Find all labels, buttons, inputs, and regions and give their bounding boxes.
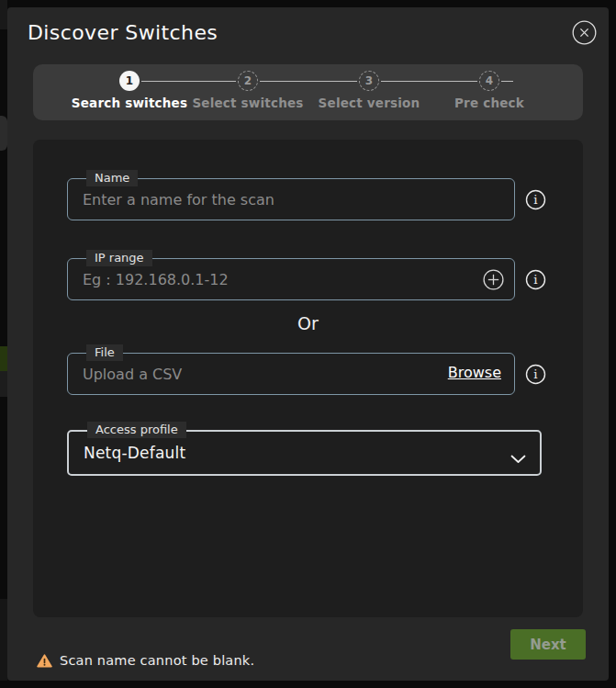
circle-x-icon	[572, 20, 597, 45]
add-ip-range-button[interactable]	[483, 269, 504, 290]
file-field-label: File	[86, 344, 123, 361]
name-field-group: Name	[67, 178, 515, 220]
svg-text:i: i	[533, 272, 538, 287]
warning-triangle-icon	[37, 654, 52, 671]
step-select-switches[interactable]: 2 Select switches	[179, 71, 317, 110]
backdrop-artifact	[0, 116, 7, 151]
step-label: Select switches	[179, 96, 317, 110]
wizard-stepper: 1 Search switches 2 Select switches 3 Se…	[33, 64, 583, 120]
close-button[interactable]	[572, 20, 597, 45]
step-label: Pre check	[420, 96, 558, 110]
access-profile-value: Netq-Default	[84, 444, 185, 462]
svg-text:i: i	[533, 367, 538, 381]
discover-switches-dialog: Discover Switches 1 Search switches 2 Se…	[7, 7, 609, 681]
ip-range-field-group: IP range	[67, 258, 515, 300]
warning-message: Scan name cannot be blank.	[60, 653, 254, 668]
step-number: 4	[479, 71, 499, 91]
or-divider: Or	[33, 313, 583, 333]
step-number: 1	[119, 71, 140, 91]
next-button[interactable]: Next	[510, 629, 586, 660]
file-field-group: File Browse	[67, 353, 515, 395]
step-number: 2	[238, 71, 258, 91]
backdrop-artifact	[0, 346, 7, 371]
browse-link[interactable]: Browse	[448, 364, 501, 381]
chevron-down-icon	[510, 450, 526, 468]
backdrop-artifact	[0, 0, 7, 29]
step-label: Search switches	[61, 96, 198, 110]
svg-text:i: i	[533, 192, 538, 207]
step-search-switches[interactable]: 1 Search switches	[61, 71, 198, 110]
step-label: Select version	[300, 96, 438, 110]
search-switches-form: Name i IP range i	[33, 140, 583, 617]
access-profile-label: Access profile	[87, 422, 186, 438]
dialog-title: Discover Switches	[28, 21, 218, 44]
backdrop-artifact	[0, 599, 7, 681]
access-profile-select[interactable]: Access profile Netq-Default	[67, 430, 542, 476]
ip-range-field-label: IP range	[86, 250, 152, 266]
step-select-version[interactable]: 3 Select version	[300, 71, 438, 110]
step-number: 3	[359, 71, 379, 91]
backdrop-artifact	[0, 371, 7, 397]
plus-circle-icon	[483, 269, 504, 290]
name-field-label: Name	[86, 170, 138, 186]
file-info-icon[interactable]: i	[525, 364, 546, 385]
step-pre-check[interactable]: 4 Pre check	[420, 71, 558, 110]
ip-range-info-icon[interactable]: i	[525, 269, 546, 290]
name-info-icon[interactable]: i	[525, 189, 546, 210]
